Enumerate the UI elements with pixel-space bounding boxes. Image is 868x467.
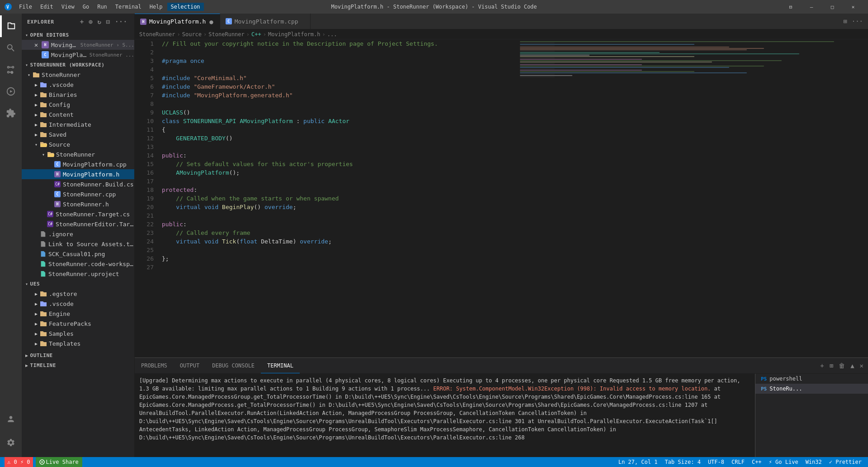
collapse-icon[interactable]: ⊟ bbox=[105, 17, 112, 26]
tree-movingplatform-cpp[interactable]: ▶ C MovingPlatform.cpp bbox=[22, 159, 134, 169]
timeline-header[interactable]: ▶ TIMELINE bbox=[22, 360, 134, 370]
problems-label: PROBLEMS bbox=[141, 362, 167, 369]
statusbar-platform[interactable]: Win32 bbox=[804, 459, 824, 465]
tree-featurepacks[interactable]: ▶ FeaturePacks bbox=[22, 319, 134, 329]
new-terminal-icon[interactable]: + bbox=[818, 361, 826, 370]
workspace-file-label: StoneRunner.code-workspace bbox=[48, 261, 134, 267]
tree-source[interactable]: ▾ Source bbox=[22, 139, 134, 149]
statusbar-language[interactable]: C++ bbox=[750, 459, 764, 465]
close-cpp-icon[interactable]: ✕ bbox=[33, 51, 40, 58]
statusbar-position[interactable]: Ln 27, Col 1 bbox=[617, 459, 660, 465]
close-panel-icon[interactable]: ✕ bbox=[858, 361, 865, 370]
breadcrumb-source[interactable]: Source bbox=[182, 31, 202, 38]
tree-stonerunner-sub[interactable]: ▾ StoneRunner bbox=[22, 149, 134, 159]
statusbar-prettier[interactable]: ✓ Prettier bbox=[827, 459, 863, 465]
tree-editor-target-cs[interactable]: ▶ C# StoneRunnerEditor.Target.cs bbox=[22, 219, 134, 229]
menu-edit[interactable]: Edit bbox=[37, 3, 57, 11]
panel-tab-terminal[interactable]: TERMINAL bbox=[261, 358, 300, 373]
more-actions-icon[interactable]: ··· bbox=[113, 17, 129, 26]
statusbar-tab-size[interactable]: Tab Size: 4 bbox=[663, 459, 702, 465]
menu-file[interactable]: File bbox=[15, 3, 36, 11]
statusbar-live-share[interactable]: Live Share bbox=[36, 457, 82, 467]
refresh-icon[interactable]: ↻ bbox=[96, 17, 103, 26]
explorer-icon[interactable] bbox=[0, 15, 22, 37]
statusbar-errors[interactable]: ⚠ 0 ⚡ 0 bbox=[5, 457, 33, 467]
cpp-file-icon: C bbox=[54, 161, 61, 167]
more-actions-icon[interactable]: ··· bbox=[850, 16, 864, 26]
run-debug-icon[interactable] bbox=[0, 81, 22, 102]
maximize-button[interactable]: □ bbox=[822, 0, 843, 14]
tree-intermediate[interactable]: ▶ Intermediate bbox=[22, 119, 134, 129]
tree-templates[interactable]: ▶ Templates bbox=[22, 338, 134, 348]
tree-link-txt[interactable]: ▶ Link to Source Assets.txt bbox=[22, 239, 134, 249]
account-icon[interactable] bbox=[0, 408, 22, 430]
breadcrumb-stonerunner[interactable]: StoneRunner bbox=[139, 31, 175, 38]
tree-workspace-file[interactable]: ▶ StoneRunner.code-workspace bbox=[22, 259, 134, 269]
tree-binaries[interactable]: ▶ Binaries bbox=[22, 90, 134, 100]
statusbar-encoding[interactable]: UTF-8 bbox=[706, 459, 726, 465]
search-icon[interactable] bbox=[0, 37, 22, 59]
statusbar-go-live[interactable]: ⚡ Go Live bbox=[767, 459, 800, 465]
terminal-content[interactable]: [Upgrade] Determining max actions to exe… bbox=[135, 374, 755, 457]
tree-engine[interactable]: ▶ Engine bbox=[22, 309, 134, 319]
tree-stonerunner-h[interactable]: ▶ H StoneRunner.h bbox=[22, 199, 134, 209]
menu-view[interactable]: View bbox=[58, 3, 78, 11]
new-folder-icon[interactable]: ⊕ bbox=[87, 17, 94, 26]
close-button[interactable]: ✕ bbox=[843, 0, 863, 14]
open-editor-cpp-name: MovingPlatform.cpp bbox=[51, 52, 87, 58]
tree-config[interactable]: ▶ Config bbox=[22, 100, 134, 110]
breadcrumb-filename[interactable]: MovingPlatform.h bbox=[268, 31, 321, 38]
source-control-icon[interactable] bbox=[0, 59, 22, 81]
tree-movingplatform-h[interactable]: ▶ H MovingPlatform.h bbox=[22, 169, 134, 179]
ues-header[interactable]: ▾ UES bbox=[22, 279, 134, 289]
tree-saved[interactable]: ▶ Saved bbox=[22, 129, 134, 139]
menu-terminal[interactable]: Terminal bbox=[112, 3, 145, 11]
tree-uproject[interactable]: ▶ StoneRunner.uproject bbox=[22, 269, 134, 279]
tree-stonerunner-root[interactable]: ▾ StoneRunner bbox=[22, 70, 134, 80]
split-terminal-icon[interactable]: ⊞ bbox=[828, 361, 835, 370]
tree-target-cs[interactable]: ▶ C# StoneRunner.Target.cs bbox=[22, 209, 134, 219]
link-txt-label: Link to Source Assets.txt bbox=[48, 241, 134, 248]
close-icon[interactable]: ✕ bbox=[33, 41, 40, 48]
kill-terminal-icon[interactable]: 🗑 bbox=[837, 361, 847, 370]
terminal-stonerunner[interactable]: PS StoneRu... bbox=[755, 384, 868, 394]
tree-vscode[interactable]: ▶ .vscode bbox=[22, 80, 134, 90]
menu-selection[interactable]: Selection bbox=[167, 3, 204, 11]
layout-icon[interactable]: ⊟ bbox=[780, 0, 801, 14]
menu-help[interactable]: Help bbox=[146, 3, 166, 11]
tree-stonerunner-cpp[interactable]: ▶ C StoneRunner.cpp bbox=[22, 189, 134, 199]
menu-run[interactable]: Run bbox=[94, 3, 111, 11]
panel-tab-problems[interactable]: PROBLEMS bbox=[135, 358, 174, 373]
tree-content[interactable]: ▶ Content bbox=[22, 110, 134, 119]
minimize-button[interactable]: — bbox=[801, 0, 822, 14]
open-editor-h-path: StoneRunner › S... bbox=[80, 42, 134, 48]
tree-ignore[interactable]: ▶ .ignore bbox=[22, 229, 134, 239]
menu-go[interactable]: Go bbox=[79, 3, 93, 11]
open-editors-header[interactable]: ▾ OPEN EDITORS bbox=[22, 30, 134, 40]
tab-h-close[interactable]: ● bbox=[208, 18, 214, 25]
new-file-icon[interactable]: + bbox=[79, 17, 85, 26]
tab-moving-platform-h[interactable]: H MovingPlatform.h ● bbox=[135, 14, 220, 29]
breadcrumb-stonerunner2[interactable]: StoneRunner bbox=[208, 31, 244, 38]
tree-egstore[interactable]: ▶ .egstore bbox=[22, 289, 134, 299]
breadcrumb-cpp[interactable]: C++ bbox=[251, 31, 261, 38]
tab-moving-platform-cpp[interactable]: C MovingPlatform.cpp ✕ bbox=[220, 14, 311, 29]
tree-build-cs[interactable]: ▶ C# StoneRunner.Build.cs bbox=[22, 179, 134, 189]
tree-ues-vscode[interactable]: ▶ .vscode bbox=[22, 299, 134, 309]
settings-icon[interactable] bbox=[0, 432, 22, 453]
outline-header[interactable]: ▶ OUTLINE bbox=[22, 350, 134, 360]
maximize-panel-icon[interactable]: ▲ bbox=[849, 361, 856, 370]
extensions-icon[interactable] bbox=[0, 102, 22, 124]
breadcrumb-more[interactable]: ... bbox=[327, 31, 337, 38]
panel-tab-output[interactable]: OUTPUT bbox=[174, 358, 206, 373]
panel-tab-debug-console[interactable]: DEBUG CONSOLE bbox=[206, 358, 261, 373]
tree-samples[interactable]: ▶ Samples bbox=[22, 329, 134, 338]
open-editor-moving-platform-h[interactable]: ✕ H MovingPlatform.h StoneRunner › S... bbox=[22, 40, 134, 50]
code-content[interactable]: // Fill out your copyright notice in the… bbox=[157, 39, 517, 357]
split-editor-icon[interactable]: ⊞ bbox=[842, 16, 848, 26]
statusbar-eol[interactable]: CRLF bbox=[730, 459, 746, 465]
tree-png[interactable]: ▶ SCK_Casual01.png bbox=[22, 249, 134, 259]
terminal-powershell[interactable]: PS powershell bbox=[755, 374, 868, 384]
workspace-header[interactable]: ▾ STONERUNNER (WORKSPACE) bbox=[22, 60, 134, 70]
open-editor-moving-platform-cpp[interactable]: ✕ C MovingPlatform.cpp StoneRunner ... bbox=[22, 50, 134, 60]
